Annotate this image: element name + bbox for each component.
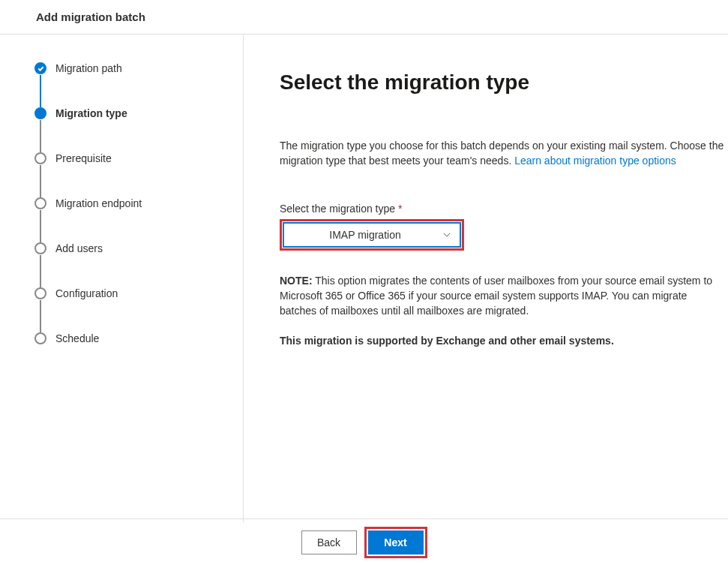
check-icon [34, 62, 46, 74]
step-schedule: Schedule [34, 332, 243, 345]
migration-type-select[interactable]: IMAP migration [283, 223, 460, 247]
step-label: Migration endpoint [55, 197, 142, 209]
migration-type-label: Select the migration type * [280, 203, 728, 215]
next-button[interactable]: Next [368, 530, 424, 554]
upcoming-step-icon [34, 242, 46, 254]
main-content: Select the migration type The migration … [244, 35, 728, 522]
current-step-icon [34, 107, 46, 119]
learn-more-link[interactable]: Learn about migration type options [514, 155, 676, 167]
note-text: NOTE: This option migrates the contents … [280, 273, 722, 318]
upcoming-step-icon [34, 332, 46, 344]
next-button-highlight: Next [364, 527, 427, 558]
supported-systems-text: This migration is supported by Exchange … [280, 335, 728, 347]
step-label: Migration path [55, 62, 122, 74]
step-migration-type[interactable]: Migration type [34, 107, 243, 152]
step-configuration: Configuration [34, 287, 243, 332]
back-button[interactable]: Back [301, 530, 357, 554]
step-migration-endpoint: Migration endpoint [34, 197, 243, 242]
page-heading: Select the migration type [280, 71, 728, 95]
wizard-stepper: Migration path Migration type Prerequisi… [0, 35, 244, 522]
panel-body: Migration path Migration type Prerequisi… [0, 35, 728, 522]
upcoming-step-icon [34, 197, 46, 209]
migration-type-highlight: IMAP migration [280, 219, 464, 251]
step-label: Configuration [55, 287, 118, 299]
step-label: Add users [55, 242, 103, 254]
step-label: Migration type [55, 107, 127, 119]
intro-text: The migration type you choose for this b… [280, 138, 728, 168]
upcoming-step-icon [34, 152, 46, 164]
required-indicator: * [398, 203, 402, 215]
step-label: Prerequisite [55, 152, 112, 164]
step-label: Schedule [55, 332, 99, 344]
upcoming-step-icon [34, 287, 46, 299]
step-add-users: Add users [34, 242, 243, 287]
step-prerequisite: Prerequisite [34, 152, 243, 197]
step-migration-path[interactable]: Migration path [34, 62, 243, 107]
wizard-footer: Back Next [0, 518, 728, 565]
panel-header: Add migration batch [0, 0, 728, 35]
panel-title: Add migration batch [36, 11, 145, 23]
